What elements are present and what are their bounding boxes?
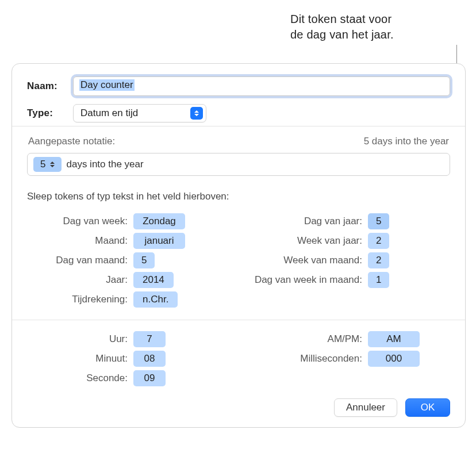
label-day-of-week: Dag van week: (27, 216, 128, 227)
label-month: Maand: (27, 235, 128, 247)
custom-format-suffix: days into the year (66, 159, 143, 170)
format-editor-dialog: Naam: Day counter Type: Datum en tijd Aa… (11, 63, 466, 428)
type-value: Datum en tijd (74, 108, 190, 119)
annotation-line-1: Dit token staat voor (290, 13, 391, 25)
annotation-line-2: de dag van het jaar. (290, 28, 394, 41)
label-day-of-month: Dag van maand: (27, 255, 128, 266)
chevron-up-down-icon (50, 162, 55, 167)
callout-annotation: Dit token staat voor de dag van het jaar… (290, 11, 457, 43)
token-minute[interactable]: 08 (133, 351, 166, 367)
time-tokens-grid: Uur: 7 Minuut: 08 Seconde: 09 AM/PM: AM (27, 329, 450, 388)
custom-format-preview: 5 days into the year (364, 136, 449, 147)
label-second: Seconde: (27, 373, 128, 384)
name-value: Day counter (79, 79, 135, 91)
divider (12, 320, 465, 320)
label-day-of-week-in-month: Dag van week in maand: (247, 274, 362, 286)
chevron-up-down-icon (190, 107, 203, 120)
token-value: 5 (40, 159, 45, 170)
token-day-of-week-in-month[interactable]: 1 (368, 272, 389, 288)
label-week-of-month: Week van maand: (247, 255, 362, 266)
token-day-of-year-infield[interactable]: 5 (33, 157, 62, 172)
label-milliseconds: Milliseconden: (247, 353, 362, 364)
custom-format-heading: Aangepaste notatie: (28, 136, 115, 147)
token-day-of-year[interactable]: 5 (368, 213, 389, 229)
cancel-button[interactable]: Annuleer (334, 398, 397, 417)
name-input[interactable]: Day counter (73, 76, 450, 96)
token-ampm[interactable]: AM (368, 331, 420, 347)
token-milliseconds[interactable]: 000 (368, 351, 420, 367)
drag-tokens-hint: Sleep tokens of typ tekst in het veld hi… (27, 191, 450, 202)
token-week-of-year[interactable]: 2 (368, 233, 389, 249)
token-second[interactable]: 09 (133, 370, 166, 386)
label-day-of-year: Dag van jaar: (247, 216, 362, 227)
divider (12, 126, 465, 126)
token-month[interactable]: januari (133, 233, 185, 249)
label-era: Tijdrekening: (27, 294, 128, 305)
token-day-of-month[interactable]: 5 (133, 252, 155, 268)
label-minute: Minuut: (27, 353, 128, 364)
type-select[interactable]: Datum en tijd (73, 104, 206, 122)
token-week-of-month[interactable]: 2 (368, 252, 389, 268)
token-year[interactable]: 2014 (133, 272, 174, 288)
label-hour: Uur: (27, 333, 128, 345)
custom-format-field[interactable]: 5 days into the year (27, 153, 450, 176)
token-day-of-week[interactable]: Zondag (133, 213, 185, 229)
ok-button[interactable]: OK (405, 398, 450, 417)
dialog-footer: Annuleer OK (12, 391, 465, 417)
type-label: Type: (27, 108, 73, 119)
token-era[interactable]: n.Chr. (133, 291, 178, 308)
label-ampm: AM/PM: (247, 333, 362, 345)
name-label: Naam: (27, 80, 73, 92)
label-week-of-year: Week van jaar: (247, 235, 362, 247)
token-hour[interactable]: 7 (133, 331, 166, 347)
label-year: Jaar: (27, 274, 128, 286)
date-tokens-grid: Dag van week: Zondag Maand: januari Dag … (27, 212, 450, 309)
